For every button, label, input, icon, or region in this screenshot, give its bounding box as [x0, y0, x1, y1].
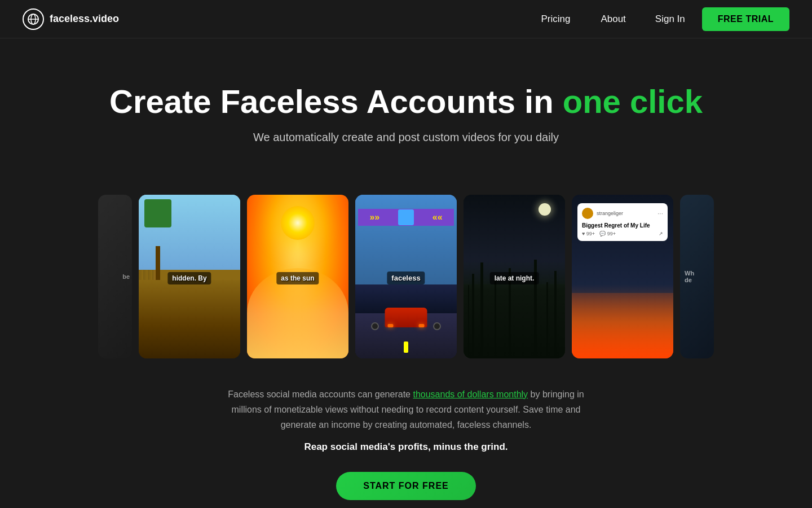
- social-post-title: Biggest Regret of My Life: [582, 222, 663, 229]
- partial-right-text2: de: [682, 277, 694, 283]
- card-game-label: faceless: [387, 271, 425, 284]
- partial-left-text: be: [120, 273, 132, 280]
- card-minecraft-label: hidden. By: [167, 272, 211, 284]
- navbar: faceless.video Pricing About Sign In FRE…: [0, 0, 812, 38]
- desc-highlight[interactable]: thousands of dollars monthly: [413, 389, 528, 399]
- nav-pricing[interactable]: Pricing: [528, 9, 582, 29]
- start-free-button[interactable]: START FOR FREE: [336, 472, 475, 500]
- hero-subtitle: We automatically create and post custom …: [23, 131, 789, 144]
- cta-section: START FOR FREE: [0, 458, 812, 508]
- social-post-header: strangeliger ···: [582, 208, 663, 219]
- hero-title: Create Faceless Accounts in one click: [23, 84, 789, 120]
- description-text: Faceless social media accounts can gener…: [217, 387, 595, 433]
- card-sunset: as the sun: [247, 195, 348, 358]
- card-game: »» «« faceless: [355, 195, 457, 358]
- card-night-label: late at night.: [490, 272, 539, 284]
- social-post-stats: ♥ 99+ 💬 99+ ↗: [582, 231, 663, 237]
- free-trial-button[interactable]: FREE TRIAL: [702, 7, 789, 31]
- logo[interactable]: faceless.video: [23, 8, 119, 30]
- description-section: Faceless social media accounts can gener…: [195, 375, 617, 459]
- logo-text: faceless.video: [50, 13, 119, 25]
- sun-glow: [281, 206, 315, 240]
- video-carousel: be hidden. By as the sun: [0, 189, 812, 375]
- card-minecraft: hidden. By: [139, 195, 240, 358]
- hero-title-part1: Create Faceless Accounts in: [109, 83, 563, 120]
- nav-links: Pricing About Sign In FREE TRIAL: [528, 7, 789, 31]
- nav-signin[interactable]: Sign In: [644, 9, 696, 29]
- hero-title-accent: one click: [563, 83, 703, 120]
- logo-icon: [23, 8, 44, 30]
- card-partial-right: Wh de: [680, 195, 714, 358]
- partial-right-text: Wh: [682, 270, 696, 277]
- card-night-forest: late at night.: [464, 195, 565, 358]
- card-sunset-label: as the sun: [276, 272, 319, 284]
- social-post: strangeliger ··· Biggest Regret of My Li…: [577, 203, 668, 241]
- desc-before: Faceless social media accounts can gener…: [228, 389, 413, 399]
- hero-section: Create Faceless Accounts in one click We…: [0, 38, 812, 189]
- social-avatar: [582, 208, 593, 219]
- nav-about[interactable]: About: [588, 9, 638, 29]
- card-partial-left: be: [98, 195, 132, 358]
- card-social: strangeliger ··· Biggest Regret of My Li…: [572, 195, 673, 358]
- description-tagline: Reap social media's profits, minus the g…: [217, 441, 595, 453]
